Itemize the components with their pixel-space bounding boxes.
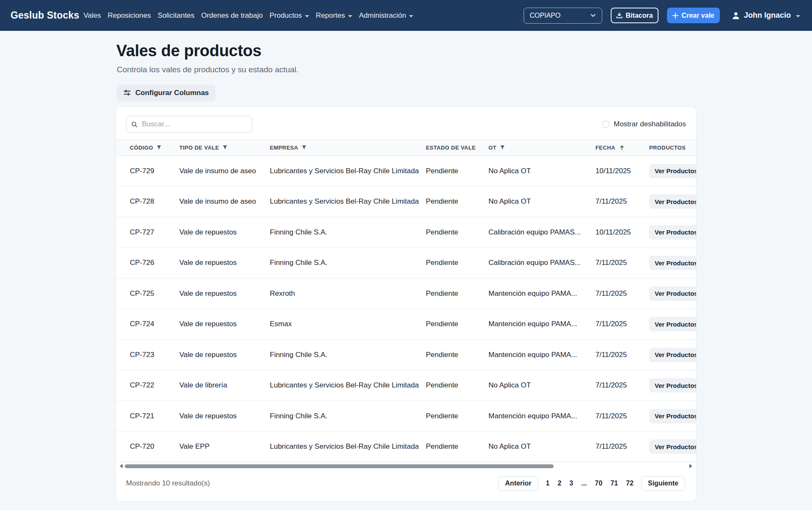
configure-columns-button[interactable]: Configurar Columnas [116, 85, 216, 101]
ver-productos-button[interactable]: Ver Productos [649, 378, 697, 393]
sliders-icon [123, 89, 131, 97]
nav-item[interactable]: Reportes [314, 11, 354, 20]
show-disabled-checkbox[interactable] [602, 121, 609, 128]
page-number[interactable]: 1 [546, 480, 550, 487]
nav-item[interactable]: Vales [82, 11, 102, 20]
table-wrap: CÓDIGO TIPO DE VALE [116, 139, 696, 462]
cell-tipo-de-vale: Vale de repuestos [174, 340, 265, 371]
search-input[interactable] [142, 120, 247, 128]
user-menu[interactable]: John Ignacio [732, 11, 800, 20]
cell-tipo-de-vale: Vale de repuestos [174, 248, 265, 278]
next-page-button[interactable]: Siguiente [641, 476, 685, 491]
cell-empresa: Lubricantes y Servicios Bel-Ray Chile Li… [265, 156, 421, 187]
cell-empresa: Esmax [265, 309, 421, 340]
filter-icon[interactable] [157, 145, 161, 150]
search-box [126, 116, 252, 133]
column-header[interactable]: CÓDIGO [116, 139, 174, 156]
table-row: CP-724 Vale de repuestos Esmax Pendiente… [116, 309, 697, 340]
page-number[interactable]: 70 [595, 480, 603, 487]
cell-estado: Pendiente [421, 248, 483, 278]
cell-productos: Ver Productos [644, 248, 697, 278]
cell-fecha: 7/11/2025 [590, 370, 644, 401]
column-header[interactable]: EMPRESA [265, 139, 421, 156]
cell-tipo-de-vale: Vale de repuestos [174, 401, 265, 432]
ver-productos-button[interactable]: Ver Productos [649, 317, 697, 331]
cell-fecha: 7/11/2025 [590, 278, 644, 309]
previous-page-button[interactable]: Anterior [498, 476, 538, 491]
caret-down-icon [348, 15, 352, 17]
brand-logo[interactable]: Geslub Stocks [11, 10, 79, 21]
ver-productos-button[interactable]: Ver Productos [649, 164, 697, 178]
cell-empresa: Finning Chile S.A. [265, 401, 421, 432]
cell-fecha: 7/11/2025 [590, 186, 644, 217]
nav-item[interactable]: Solicitantes [156, 11, 196, 20]
ver-productos-button[interactable]: Ver Productos [649, 439, 697, 454]
cell-empresa: Finning Chile S.A. [265, 217, 421, 248]
table-row: CP-723 Vale de repuestos Finning Chile S… [116, 340, 697, 371]
filter-icon[interactable] [223, 145, 227, 150]
page-title: Vales de productos [116, 42, 697, 60]
column-header[interactable]: FECHA [590, 139, 644, 156]
cell-ot: Mantención equipo PAMA... [483, 309, 590, 340]
page-number[interactable]: 72 [626, 480, 634, 487]
cell-estado: Pendiente [421, 186, 483, 217]
cell-ot: No Aplica OT [483, 186, 590, 217]
main-content: Vales de productos Controla los vales de… [115, 42, 697, 502]
column-header[interactable]: TIPO DE VALE [174, 139, 265, 156]
cell-codigo: CP-725 [116, 278, 174, 309]
column-header[interactable]: OT [483, 139, 590, 156]
cell-productos: Ver Productos [644, 186, 697, 217]
cell-productos: Ver Productos [644, 340, 697, 371]
table-row: CP-725 Vale de repuestos Rexroth Pendien… [116, 278, 697, 309]
download-icon [616, 12, 623, 19]
scrollbar-track[interactable] [125, 464, 687, 468]
ver-productos-button[interactable]: Ver Productos [649, 348, 697, 362]
cell-codigo: CP-728 [116, 186, 174, 217]
filter-icon[interactable] [500, 145, 505, 150]
cell-ot: Mantención equipo PAMA... [483, 340, 590, 371]
crear-vale-button[interactable]: Crear vale [667, 8, 720, 23]
column-header[interactable]: PRODUCTOS [644, 139, 697, 156]
scroll-left-icon[interactable] [120, 464, 123, 468]
column-header[interactable]: ESTADO DE VALE [421, 139, 483, 156]
cell-ot: No Aplica OT [483, 431, 590, 462]
show-disabled-toggle: Mostrar deshabilitados [602, 120, 686, 128]
cell-ot: Mantención equipo PAMA... [483, 401, 590, 432]
cell-codigo: CP-720 [116, 431, 174, 462]
ver-productos-button[interactable]: Ver Productos [649, 225, 697, 240]
nav-item[interactable]: Administración [357, 11, 415, 20]
ver-productos-button[interactable]: Ver Productos [649, 409, 697, 423]
ver-productos-button[interactable]: Ver Productos [649, 256, 697, 270]
cell-fecha: 7/11/2025 [590, 401, 644, 432]
search-icon [131, 121, 137, 128]
nav-item[interactable]: Ordenes de trabajo [200, 11, 265, 20]
nav-links: Vales Reposiciones Solicitantes Ordenes … [80, 11, 417, 20]
nav-item[interactable]: Productos [268, 11, 311, 20]
table-toolbar: Mostrar deshabilitados [116, 107, 696, 133]
cell-estado: Pendiente [421, 370, 483, 401]
scroll-right-icon[interactable] [689, 464, 692, 468]
page-number[interactable]: 3 [569, 480, 573, 487]
page-number[interactable]: ... [581, 480, 587, 487]
bitacora-button[interactable]: Bitacora [611, 8, 658, 23]
cell-productos: Ver Productos [644, 278, 697, 309]
scrollbar-thumb[interactable] [125, 464, 554, 468]
sort-asc-icon[interactable] [619, 145, 625, 150]
caret-down-icon [796, 15, 800, 17]
cell-empresa: Finning Chile S.A. [265, 340, 421, 371]
cell-estado: Pendiente [421, 309, 483, 340]
filter-icon[interactable] [302, 145, 306, 150]
table-row: CP-720 Vale EPP Lubricantes y Servicios … [116, 431, 697, 462]
ver-productos-button[interactable]: Ver Productos [649, 286, 697, 301]
table-row: CP-721 Vale de repuestos Finning Chile S… [116, 401, 697, 432]
table-footer: Mostrando 10 resultado(s) Anterior 1 2 3… [116, 469, 696, 498]
caret-down-icon [305, 15, 309, 17]
cell-tipo-de-vale: Vale de insumo de aseo [174, 156, 265, 187]
page-subtitle: Controla los vales de productos y su est… [117, 65, 697, 74]
page-number[interactable]: 2 [557, 480, 561, 487]
site-select[interactable]: COPIAPO [524, 8, 602, 24]
nav-item[interactable]: Reposiciones [106, 11, 153, 20]
user-icon [732, 11, 740, 20]
ver-productos-button[interactable]: Ver Productos [649, 194, 697, 209]
page-number[interactable]: 71 [610, 480, 618, 487]
